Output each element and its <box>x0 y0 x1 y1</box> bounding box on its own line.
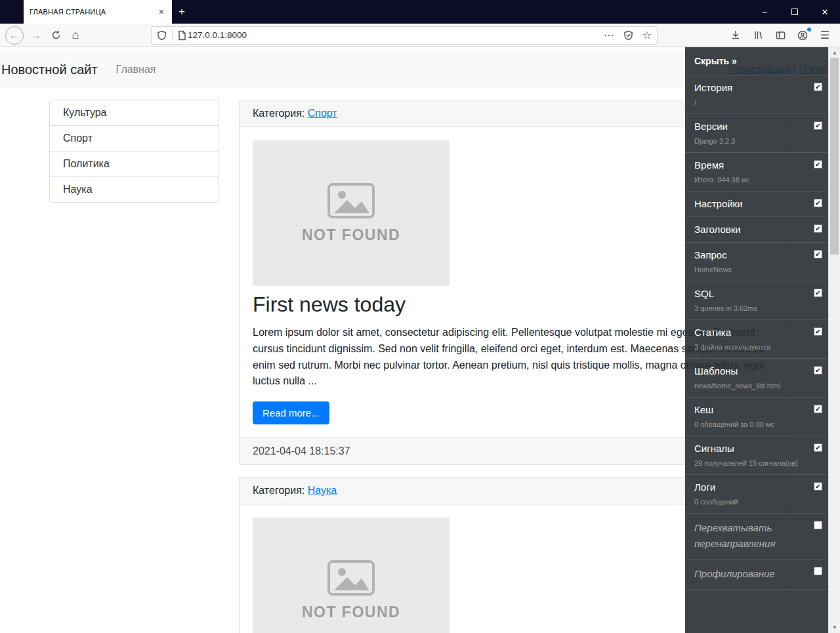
debug-panel-headers[interactable]: Заголовки <box>685 217 828 243</box>
image-icon <box>327 183 375 218</box>
category-item-kultura[interactable]: Культура <box>49 100 219 126</box>
category-item-nauka[interactable]: Наука <box>49 176 219 203</box>
category-link[interactable]: Наука <box>308 485 337 496</box>
panel-checkbox[interactable] <box>814 567 822 575</box>
panel-checkbox[interactable] <box>814 482 822 491</box>
window-controls: – ✕ <box>749 0 840 24</box>
library-button[interactable] <box>748 26 768 45</box>
shield-icon <box>157 30 167 41</box>
close-button[interactable]: ✕ <box>810 0 840 24</box>
category-link[interactable]: Спорт <box>308 108 337 119</box>
download-icon <box>731 30 740 40</box>
tab-close-icon[interactable]: × <box>157 7 166 17</box>
debug-panel-templates[interactable]: Шаблоны news/home_news_list.html <box>685 359 828 398</box>
panel-checkbox[interactable] <box>814 121 822 130</box>
browser-toolbar: ← → ⌂ 127.0.0.1:8000 ⋯ ☆ <box>0 24 840 47</box>
maximize-button[interactable] <box>780 0 810 24</box>
forward-button[interactable]: → <box>26 26 46 45</box>
maximize-icon <box>791 9 798 15</box>
tab-title: ГЛАВНАЯ СТРАНИЦА <box>30 8 157 16</box>
panel-checkbox[interactable] <box>814 327 822 336</box>
browser-tab[interactable]: ГЛАВНАЯ СТРАНИЦА × <box>24 0 172 24</box>
panel-checkbox[interactable] <box>814 405 822 413</box>
news-image-placeholder: NOT FOUND <box>253 518 450 633</box>
downloads-button[interactable] <box>726 26 746 45</box>
bookmark-star-icon[interactable]: ☆ <box>642 29 652 41</box>
debug-panel-versions[interactable]: Версии Django 3.2.3 <box>685 114 828 153</box>
site-brand[interactable]: Новостной сайт <box>1 62 98 77</box>
refresh-button[interactable] <box>46 26 66 45</box>
page-actions-icon[interactable]: ⋯ <box>604 29 614 41</box>
debug-panel-profiling[interactable]: Профилирование <box>685 560 828 590</box>
not-found-label: NOT FOUND <box>302 603 400 621</box>
panel-checkbox[interactable] <box>814 224 822 233</box>
panel-checkbox[interactable] <box>814 443 822 452</box>
page-icon <box>178 30 186 41</box>
category-label: Категория: <box>253 485 304 496</box>
url-bar[interactable]: 127.0.0.1:8000 ⋯ ☆ <box>151 26 658 45</box>
notification-dot <box>807 28 811 31</box>
nav-home-link[interactable]: Главная <box>116 64 156 75</box>
debug-panel-signals[interactable]: Сигналы 29 получателей 15 сигнала(ов) <box>685 436 828 475</box>
urlbar-divider <box>172 30 173 41</box>
debug-hide-button[interactable]: Скрыть » <box>685 47 828 75</box>
library-icon <box>753 30 763 40</box>
category-item-sport[interactable]: Спорт <box>49 125 219 152</box>
debug-panel-sql[interactable]: SQL 3 queries in 3.62ms <box>685 281 828 320</box>
panel-checkbox[interactable] <box>814 366 822 375</box>
refresh-icon <box>51 30 61 40</box>
debug-panel-request[interactable]: Запрос HomeNews <box>685 243 828 281</box>
menu-button[interactable]: ☰ <box>815 26 835 45</box>
read-more-button[interactable]: Read more... <box>253 401 329 424</box>
page-scrollbar[interactable]: ▲ ▼ <box>828 47 840 633</box>
debug-panel-settings[interactable]: Настройки <box>685 192 828 217</box>
image-icon <box>327 560 375 596</box>
debug-panel-redirects[interactable]: Перехватывать перенаправления <box>685 514 828 560</box>
not-found-label: NOT FOUND <box>302 226 400 244</box>
panel-checkbox[interactable] <box>814 160 822 169</box>
category-item-politika[interactable]: Политика <box>49 151 219 177</box>
sidebars-button[interactable] <box>770 26 790 45</box>
debug-panel-static[interactable]: Статика 3 файла используются <box>685 320 828 359</box>
django-debug-toolbar: Скрыть » История / Версии Django 3.2.3 В… <box>685 47 828 633</box>
categories-sidebar: Культура Спорт Политика Наука <box>39 100 229 633</box>
debug-panel-time[interactable]: Время Итого: 944.38 мс <box>685 153 828 192</box>
page-viewport: Новостной сайт Главная Регистрация | Лог… <box>0 47 840 633</box>
panel-checkbox[interactable] <box>814 521 822 529</box>
debug-panel-history[interactable]: История / <box>685 75 828 114</box>
sidebar-toggle-icon <box>776 31 786 40</box>
url-text[interactable]: 127.0.0.1:8000 <box>188 30 604 40</box>
browser-titlebar: ГЛАВНАЯ СТРАНИЦА × + – ✕ <box>0 0 840 24</box>
scroll-up-icon[interactable]: ▲ <box>829 50 840 56</box>
account-icon <box>797 30 808 41</box>
minimize-button[interactable]: – <box>749 0 780 24</box>
scrollbar-thumb[interactable] <box>830 58 839 255</box>
panel-checkbox[interactable] <box>814 199 822 207</box>
debug-panel-cache[interactable]: Кеш 0 обращений за 0.00 мс <box>685 398 828 436</box>
panel-checkbox[interactable] <box>814 250 822 258</box>
pocket-save-icon[interactable] <box>623 30 633 41</box>
back-button[interactable]: ← <box>5 26 24 45</box>
scroll-down-icon[interactable]: ▼ <box>829 624 840 630</box>
news-image-placeholder: NOT FOUND <box>253 140 450 286</box>
home-button[interactable]: ⌂ <box>66 26 85 45</box>
category-label: Категория: <box>253 108 304 119</box>
account-button[interactable] <box>793 26 812 45</box>
panel-checkbox[interactable] <box>814 289 822 297</box>
panel-checkbox[interactable] <box>814 83 822 91</box>
debug-panel-logging[interactable]: Логи 0 сообщений <box>685 475 828 514</box>
new-tab-button[interactable]: + <box>172 0 192 24</box>
